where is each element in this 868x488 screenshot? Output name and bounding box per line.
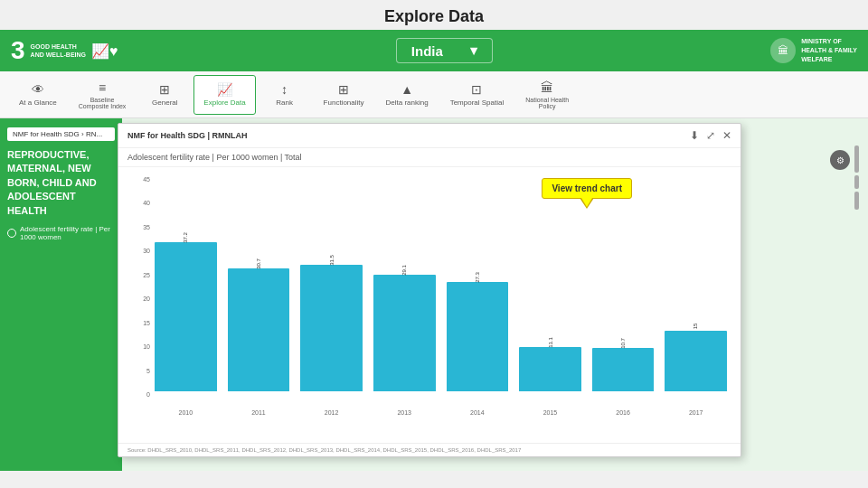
y-label-45: 45 xyxy=(123,176,150,183)
delta-ranking-icon: ▲ xyxy=(401,82,413,97)
y-label-30: 30 xyxy=(123,248,150,254)
ministry-logo: 🏛 MINISTRY OF HEALTH & FAMILY WELFARE xyxy=(770,37,857,63)
chart-subtitle: Adolescent fertility rate | Per 1000 wom… xyxy=(118,148,741,167)
x-label-2011: 2011 xyxy=(228,409,290,416)
modal-header: NMF for Health SDG | RMNLAH ⬇ ⤢ ✕ xyxy=(118,124,741,148)
sdg-line1: GOOD HEALTH xyxy=(31,42,86,51)
at-a-glance-icon: 👁 xyxy=(32,82,44,97)
x-label-2014: 2014 xyxy=(447,409,509,416)
bar-group-2015: 11.1 xyxy=(519,340,581,391)
heartbeat-icon: 📈♥ xyxy=(91,42,118,60)
tab-delta-ranking-label: Delta ranking xyxy=(386,99,429,107)
bar-2011 xyxy=(228,268,290,391)
chart-area: 45 40 35 30 25 20 15 10 5 0 37.230.731.5… xyxy=(118,167,741,443)
main-content: NMF for Health SDG › RN... REPRODUCTIVE,… xyxy=(0,118,868,471)
national-health-policy-icon: 🏛 xyxy=(541,80,553,95)
y-label-10: 10 xyxy=(123,343,150,350)
bar-group-2016: 10.7 xyxy=(592,341,655,391)
y-axis-labels: 45 40 35 30 25 20 15 10 5 0 xyxy=(123,176,150,398)
bars-wrapper: 37.230.731.529.127.311.110.715 xyxy=(155,176,727,409)
tab-national-health-policy-label: National HealthPolicy xyxy=(525,97,569,109)
page-title: Explore Data xyxy=(0,0,868,30)
settings-button[interactable]: ⚙ xyxy=(830,150,850,170)
modal-title: NMF for Health SDG | RMNLAH xyxy=(127,131,248,140)
chart-source: Source: DHDL_SRS_2010, DHDL_SRS_2011, DH… xyxy=(118,443,741,456)
sdg-number: 3 xyxy=(11,38,25,63)
bar-value-2017: 15 xyxy=(693,324,699,330)
nav-tabs: 👁 At a Glance ≡ BaselineComposite Index … xyxy=(0,71,868,118)
bar-2013 xyxy=(373,275,436,391)
tab-general-label: General xyxy=(152,99,177,107)
indicator-bar-3 xyxy=(854,192,859,210)
bar-2016 xyxy=(592,348,655,391)
legend-dot xyxy=(7,229,16,238)
tab-temporal-spatial[interactable]: ⊡ Temporal Spatial xyxy=(440,75,514,115)
functionality-icon: ⊞ xyxy=(338,82,349,97)
download-button[interactable]: ⬇ xyxy=(690,129,699,142)
general-icon: ⊞ xyxy=(159,82,170,97)
x-label-2016: 2016 xyxy=(592,409,655,416)
y-label-25: 25 xyxy=(123,272,150,278)
bar-value-2015: 11.1 xyxy=(547,337,552,348)
bar-2010 xyxy=(155,242,217,391)
right-side-indicator: ⚙ xyxy=(854,145,859,210)
rank-icon: ↕ xyxy=(281,82,288,97)
tab-rank-label: Rank xyxy=(276,99,293,107)
chevron-down-icon: ▾ xyxy=(470,42,477,59)
bar-value-2012: 31.5 xyxy=(329,255,335,266)
country-name: India xyxy=(411,43,443,59)
bar-value-2016: 10.7 xyxy=(620,338,626,349)
y-label-15: 15 xyxy=(123,320,150,326)
indicator-bar-1 xyxy=(854,145,859,173)
tab-functionality[interactable]: ⊞ Functionality xyxy=(314,75,374,115)
country-selector[interactable]: India ▾ xyxy=(396,38,493,63)
tab-national-health-policy[interactable]: 🏛 National HealthPolicy xyxy=(515,75,579,115)
ministry-emblem: 🏛 xyxy=(770,38,796,63)
bar-group-2014: 27.3 xyxy=(447,275,509,391)
tab-explore-data-label: Explore Data xyxy=(203,99,245,107)
breadcrumb: NMF for Health SDG › RN... xyxy=(7,127,115,141)
sdg-badge: 3 GOOD HEALTH AND WELL-BEING 📈♥ xyxy=(11,38,118,63)
ministry-line3: WELFARE xyxy=(801,55,857,64)
legend-label: Adolescent fertility rate | Per 1000 wom… xyxy=(20,225,115,241)
x-label-2017: 2017 xyxy=(665,409,727,416)
view-trend-chart-callout[interactable]: View trend chart xyxy=(542,178,632,199)
bar-value-2011: 30.7 xyxy=(256,258,261,269)
bar-value-2013: 29.1 xyxy=(401,265,407,276)
bar-2014 xyxy=(447,282,509,391)
explore-data-icon: 📈 xyxy=(217,82,232,97)
x-axis-labels: 20102011201220132014201520162017 xyxy=(155,409,727,416)
tab-delta-ranking[interactable]: ▲ Delta ranking xyxy=(376,75,439,115)
bar-group-2011: 30.7 xyxy=(228,261,290,391)
ministry-line1: MINISTRY OF xyxy=(801,37,857,46)
tab-baseline[interactable]: ≡ BaselineComposite Index xyxy=(69,75,137,115)
close-button[interactable]: ✕ xyxy=(722,129,731,142)
ministry-line2: HEALTH & FAMILY xyxy=(801,46,857,55)
bar-group-2012: 31.5 xyxy=(300,258,363,391)
legend-item: Adolescent fertility rate | Per 1000 wom… xyxy=(7,225,115,241)
bar-2017 xyxy=(665,331,727,391)
tab-at-a-glance[interactable]: 👁 At a Glance xyxy=(9,75,67,115)
y-label-35: 35 xyxy=(123,224,150,230)
y-label-0: 0 xyxy=(123,391,150,398)
indicator-bar-2 xyxy=(854,175,859,189)
bar-2012 xyxy=(300,265,363,391)
x-label-2015: 2015 xyxy=(519,409,581,416)
bar-value-2010: 37.2 xyxy=(183,232,188,243)
top-header: 3 GOOD HEALTH AND WELL-BEING 📈♥ India ▾ … xyxy=(0,30,868,71)
x-label-2013: 2013 xyxy=(373,409,436,416)
tab-rank[interactable]: ↕ Rank xyxy=(258,75,312,115)
bar-group-2010: 37.2 xyxy=(155,235,217,391)
x-label-2012: 2012 xyxy=(300,409,363,416)
y-label-20: 20 xyxy=(123,296,150,302)
temporal-spatial-icon: ⊡ xyxy=(471,82,482,97)
bar-2015 xyxy=(519,347,581,391)
share-button[interactable]: ⤢ xyxy=(706,129,715,142)
bar-chart: 45 40 35 30 25 20 15 10 5 0 37.230.731.5… xyxy=(155,176,727,416)
tab-temporal-spatial-label: Temporal Spatial xyxy=(450,99,505,107)
tab-general[interactable]: ⊞ General xyxy=(137,75,192,115)
tab-explore-data[interactable]: 📈 Explore Data xyxy=(193,75,255,115)
y-label-40: 40 xyxy=(123,200,150,206)
modal-actions: ⬇ ⤢ ✕ xyxy=(690,129,731,142)
category-title: REPRODUCTIVE, MATERNAL, NEW BORN, CHILD … xyxy=(7,148,115,218)
